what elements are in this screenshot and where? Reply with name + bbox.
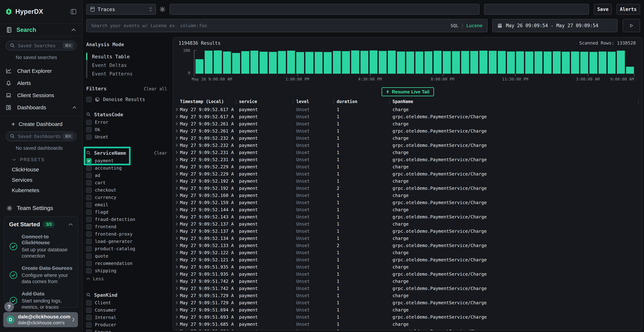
expand-row-chevron-icon[interactable] [175,251,180,254]
preset-clickhouse[interactable]: ClickHouse [12,166,76,172]
search-input[interactable]: Search your events w/ Lucene ex. column:… [86,19,488,32]
mode-sql[interactable]: SQL [450,23,458,28]
mode-lucene[interactable]: Lucene [466,23,482,28]
resume-live-tail-button[interactable]: Resume Live Tail [382,87,434,96]
histogram-bar[interactable] [250,50,258,74]
preset-services[interactable]: Services [12,177,76,183]
table-row[interactable]: May 27 9:09:52.134 AM payment Unset 1 ch… [175,235,642,242]
filter-option[interactable]: email [86,201,167,208]
histogram-bar[interactable] [590,52,597,74]
histogram-bar[interactable] [342,51,350,74]
mode-event-deltas[interactable]: Event Deltas [87,61,167,70]
column-resize-handle[interactable]: ⋮ [387,99,388,104]
expand-row-chevron-icon[interactable] [175,201,180,204]
expand-row-chevron-icon[interactable] [175,165,180,168]
checkbox[interactable] [86,180,92,186]
date-range-picker[interactable]: May 26 09:09:54 - May 27 09:09:54 [492,19,618,32]
column-header-service[interactable]: service [235,99,291,104]
expand-row-chevron-icon[interactable] [175,286,180,290]
column-resize-handle[interactable]: ⋮ [291,99,292,104]
search-icon[interactable] [86,112,91,117]
table-row[interactable]: May 27 9:09:52.231 AM payment Unset 1 ch… [175,149,642,156]
expand-row-chevron-icon[interactable] [175,301,180,304]
table-row[interactable]: May 27 9:09:52.159 AM payment Unset 1 gr… [175,199,642,206]
histogram-bar[interactable] [489,51,496,74]
mode-results-table[interactable]: Results Table [87,52,167,61]
checkbox[interactable] [86,254,92,259]
table-row[interactable]: May 27 9:09:52.121 AM payment Unset 1 gr… [175,256,642,263]
histogram-bar[interactable] [232,53,240,74]
histogram-bar[interactable] [534,51,542,74]
filter-option[interactable]: Producer [86,321,167,328]
expand-row-chevron-icon[interactable] [175,108,180,111]
filter-option[interactable]: cart [86,179,167,186]
order-by-input[interactable] [484,4,589,15]
checkbox[interactable] [86,202,92,208]
filter-option[interactable]: frontend [86,223,167,230]
checkbox[interactable] [86,195,92,200]
histogram-bar[interactable] [608,52,616,74]
table-row[interactable]: May 27 9:09:52.229 AM payment Unset 1 ch… [175,163,642,170]
histogram-bar[interactable] [333,51,341,74]
filter-option[interactable]: Internal [86,314,167,321]
histogram-bar[interactable] [223,52,231,74]
sidebar-item-team-settings[interactable]: Team Settings [6,205,76,212]
histogram-bar[interactable] [525,52,533,74]
checkbox[interactable] [86,166,92,171]
histogram-bar[interactable] [598,52,606,74]
user-menu[interactable]: D dale@clickhouse.com dale@clickhouse.co… [3,312,78,327]
table-row[interactable]: May 27 9:09:51.684 AM payment Unset 1 gr… [175,328,642,330]
show-less-toggle[interactable]: Less [86,275,167,283]
table-row[interactable]: May 27 9:09:52.261 AM payment Unset 1 gr… [175,127,642,134]
checkbox[interactable] [86,268,92,274]
expand-row-chevron-icon[interactable] [175,208,180,212]
table-row[interactable]: May 27 9:09:52.617 AM payment Unset 1 gr… [175,113,642,120]
histogram-bar[interactable] [416,52,423,74]
chevron-up-icon[interactable] [72,106,76,109]
checkbox[interactable] [86,127,92,132]
source-select[interactable]: Traces [86,4,156,15]
expand-row-chevron-icon[interactable] [175,172,180,176]
search-icon[interactable] [86,293,91,297]
histogram-bar[interactable] [617,50,625,74]
column-resize-handle[interactable]: ⋮ [331,99,333,104]
histogram-bar[interactable] [351,50,359,74]
expand-row-chevron-icon[interactable] [175,330,180,330]
table-row[interactable]: May 27 9:09:52.137 AM payment Unset 1 gr… [175,228,642,235]
histogram-bar[interactable] [324,52,332,74]
search-icon[interactable] [86,150,91,155]
checkbox[interactable] [86,97,92,102]
table-row[interactable]: May 27 9:09:51.729 AM payment Unset 1 ch… [175,292,642,299]
get-started-item[interactable]: Connect to ClickHouse Set up your databa… [9,234,73,259]
filter-option[interactable]: accounting [86,164,167,172]
select-clause-input[interactable] [170,4,480,15]
table-row[interactable]: May 27 9:09:52.229 AM payment Unset 1 gr… [175,170,642,178]
histogram-bar[interactable] [443,51,450,74]
filter-option[interactable]: load-generator [86,238,167,245]
filter-option[interactable]: currency [86,194,167,201]
histogram-bar[interactable] [214,50,222,74]
denoise-results-checkbox[interactable]: Denoise Results [86,97,167,102]
expand-row-chevron-icon[interactable] [175,308,180,312]
checkbox[interactable] [86,224,92,230]
table-row[interactable]: May 27 9:09:52.122 AM payment Unset 1 ch… [175,249,642,256]
table-row[interactable]: May 27 9:09:51.935 AM payment Unset 1 gr… [175,270,642,278]
checkbox[interactable] [86,158,92,164]
expand-row-chevron-icon[interactable] [175,179,180,183]
table-row[interactable]: May 27 9:09:52.144 AM payment Unset 1 ch… [175,206,642,213]
chevron-up-icon[interactable] [71,28,76,31]
table-row[interactable]: May 27 9:09:52.232 AM payment Unset 1 gr… [175,142,642,149]
expand-row-chevron-icon[interactable] [175,258,180,262]
mode-event-patterns[interactable]: Event Patterns [87,70,167,78]
expand-row-chevron-icon[interactable] [175,294,180,297]
get-started-item[interactable]: Add Data Start sending logs, metrics, or… [9,291,73,310]
table-row[interactable]: May 27 9:09:52.617 AM payment Unset 1 ch… [175,106,642,113]
histogram-bar[interactable] [260,52,268,74]
filter-option[interactable]: Server [86,328,167,332]
filter-option[interactable]: Consumer [86,306,167,314]
checkbox[interactable] [86,210,92,215]
checkbox[interactable] [86,261,92,266]
expand-row-chevron-icon[interactable] [175,194,180,197]
table-row[interactable]: May 27 9:09:52.160 AM payment Unset 1 ch… [175,192,642,199]
histogram-bar[interactable] [305,52,313,74]
